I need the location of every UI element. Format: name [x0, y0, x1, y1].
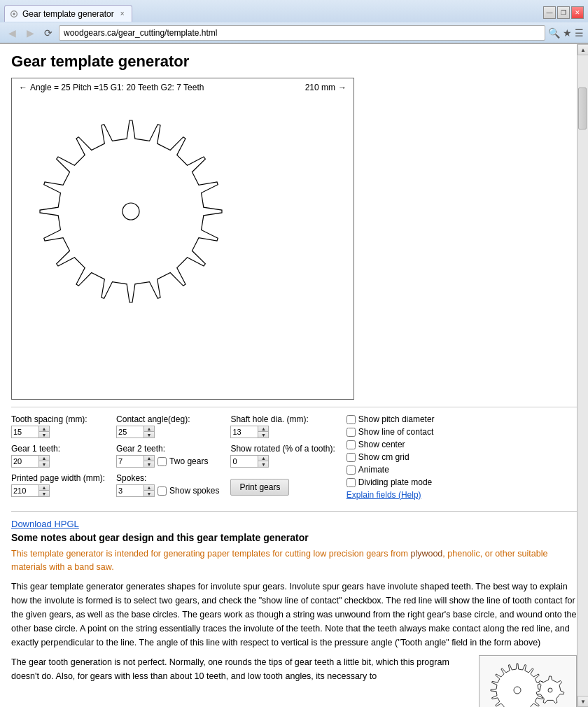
page-title: Gear template generator [11, 52, 577, 71]
tab-favicon [9, 9, 19, 19]
shaft-hole-up[interactable]: ▲ [258, 426, 268, 432]
notes-orange-text: This template generator is intended for … [11, 549, 410, 559]
nav-icons: 🔍 ★ ☰ [548, 27, 584, 38]
spokes-up[interactable]: ▲ [144, 485, 154, 491]
gear1-teeth-label: Gear 1 teeth: [11, 444, 105, 454]
page-width-input[interactable] [11, 484, 39, 497]
gear2-teeth-up[interactable]: ▲ [144, 456, 154, 461]
gear2-inline: ▲ ▼ Two gears [116, 455, 219, 468]
search-icon[interactable]: 🔍 [548, 27, 560, 38]
animate-checkbox[interactable] [346, 465, 356, 475]
address-bar[interactable] [59, 25, 545, 41]
gear2-teeth-down[interactable]: ▼ [144, 461, 154, 467]
bookmark-icon[interactable]: ★ [563, 27, 572, 38]
shaft-hole-down[interactable]: ▼ [258, 432, 268, 438]
scroll-down-arrow[interactable]: ▼ [578, 696, 588, 707]
gear1-teeth-up[interactable]: ▲ [39, 456, 49, 461]
show-rotated-arrows: ▲ ▼ [258, 455, 269, 468]
gear-drawing [12, 92, 354, 399]
spokes-input[interactable] [116, 484, 144, 497]
svg-point-1 [13, 13, 15, 15]
show-rotated-input[interactable] [230, 455, 258, 468]
page-width-label: Printed page width (mm): [11, 473, 105, 483]
contact-angle-input[interactable] [116, 426, 144, 438]
show-center-text: Show center [358, 440, 405, 449]
tooth-spacing-up[interactable]: ▲ [39, 426, 49, 432]
restore-button[interactable]: ❐ [557, 6, 570, 19]
show-spokes-text: Show spokes [169, 486, 219, 496]
contact-angle-arrows: ▲ ▼ [144, 426, 155, 438]
explain-fields-link[interactable]: Explain fields (Help) [346, 490, 438, 500]
scroll-thumb[interactable] [578, 88, 587, 130]
gear2-teeth-group: Gear 2 teeth: ▲ ▼ Two gears [116, 444, 219, 468]
show-spokes-checkbox[interactable] [158, 486, 167, 496]
show-cm-label[interactable]: Show cm grid [346, 452, 438, 462]
page-content: Gear template generator ← Angle = 25 Pit… [0, 44, 588, 707]
tab-close-button[interactable]: × [120, 10, 125, 18]
dividing-label[interactable]: Dividing plate mode [346, 477, 438, 487]
show-center-checkbox[interactable] [346, 440, 356, 449]
animate-text: Animate [358, 465, 389, 475]
contact-angle-down[interactable]: ▼ [144, 432, 154, 438]
thumbnail-image [479, 655, 577, 708]
show-spokes-label[interactable]: Show spokes [158, 486, 219, 496]
gear1-teeth-group: Gear 1 teeth: ▲ ▼ [11, 444, 105, 468]
page-width-up[interactable]: ▲ [39, 485, 49, 491]
contact-angle-spinner: ▲ ▼ [116, 426, 219, 438]
show-rotated-down[interactable]: ▼ [258, 461, 268, 467]
contact-angle-up[interactable]: ▲ [144, 426, 154, 432]
control-column-3: Shaft hole dia. (mm): ▲ ▼ Show rotated (… [230, 414, 335, 500]
tooth-spacing-input[interactable] [11, 426, 39, 438]
browser-tab[interactable]: Gear template generator × [4, 5, 132, 22]
arrow-right-icon: → [338, 83, 346, 92]
controls-area: Tooth spacing (mm): ▲ ▼ Gear 1 teeth: [11, 407, 577, 500]
window-controls: — ❐ ✕ [543, 6, 584, 19]
menu-icon[interactable]: ☰ [575, 27, 584, 38]
show-contact-label[interactable]: Show line of contact [346, 427, 438, 437]
gear1-teeth-input[interactable] [11, 455, 39, 468]
show-center-label[interactable]: Show center [346, 440, 438, 449]
page-width-down[interactable]: ▼ [39, 491, 49, 496]
gear2-teeth-spinner: ▲ ▼ [116, 455, 155, 468]
gear1-teeth-down[interactable]: ▼ [39, 461, 49, 467]
page-width-spinner: ▲ ▼ [11, 484, 105, 497]
show-cm-checkbox[interactable] [346, 453, 356, 462]
two-gears-label[interactable]: Two gears [158, 456, 208, 466]
canvas-mm-label: 210 mm → [305, 83, 346, 92]
contact-angle-label: Contact angle(deg): [116, 414, 219, 424]
show-pitch-checkbox[interactable] [346, 415, 356, 424]
show-contact-checkbox[interactable] [346, 428, 356, 437]
shaft-hole-spinner: ▲ ▼ [230, 426, 335, 438]
spokes-down[interactable]: ▼ [144, 491, 154, 496]
minimize-button[interactable]: — [543, 6, 556, 19]
tooth-spacing-group: Tooth spacing (mm): ▲ ▼ [11, 414, 105, 438]
show-rotated-up[interactable]: ▲ [258, 456, 268, 461]
thumbnail-canvas [482, 659, 573, 708]
dividing-checkbox[interactable] [346, 478, 356, 487]
scroll-up-arrow[interactable]: ▲ [578, 44, 588, 55]
two-gears-checkbox[interactable] [158, 457, 167, 466]
tab-title: Gear template generator [22, 9, 114, 19]
canvas-header-text: Angle = 25 Pitch =15 G1: 20 Teeth G2: 7 … [30, 83, 204, 92]
download-hpgl-link[interactable]: Download HPGL [11, 519, 79, 529]
notes-para1: This gear template generator generates s… [11, 580, 577, 650]
notes-orange-para: This template generator is intended for … [11, 547, 577, 574]
notes-section: Some notes about gear design and this ge… [11, 532, 577, 707]
shaft-hole-label: Shaft hole dia. (mm): [230, 414, 335, 424]
notes-title: Some notes about gear design and this ge… [11, 532, 577, 543]
tooth-spacing-arrows: ▲ ▼ [39, 426, 50, 438]
tooth-spacing-down[interactable]: ▼ [39, 432, 49, 438]
close-button[interactable]: ✕ [571, 6, 584, 19]
show-rotated-group: Show rotated (% of a tooth): ▲ ▼ [230, 444, 335, 468]
animate-label[interactable]: Animate [346, 465, 438, 475]
canvas-mm-value: 210 mm [305, 83, 335, 92]
show-pitch-label[interactable]: Show pitch diameter [346, 414, 438, 424]
print-gears-button[interactable]: Print gears [230, 479, 289, 496]
back-button[interactable]: ◀ [4, 25, 20, 41]
nav-bar: ◀ ▶ ⟳ 🔍 ★ ☰ [0, 22, 588, 43]
refresh-button[interactable]: ⟳ [41, 25, 56, 41]
gear2-teeth-input[interactable] [116, 455, 144, 468]
shaft-hole-input[interactable] [230, 426, 258, 438]
control-column-2: Contact angle(deg): ▲ ▼ Gear 2 teeth: [116, 414, 219, 500]
forward-button[interactable]: ▶ [22, 25, 38, 41]
